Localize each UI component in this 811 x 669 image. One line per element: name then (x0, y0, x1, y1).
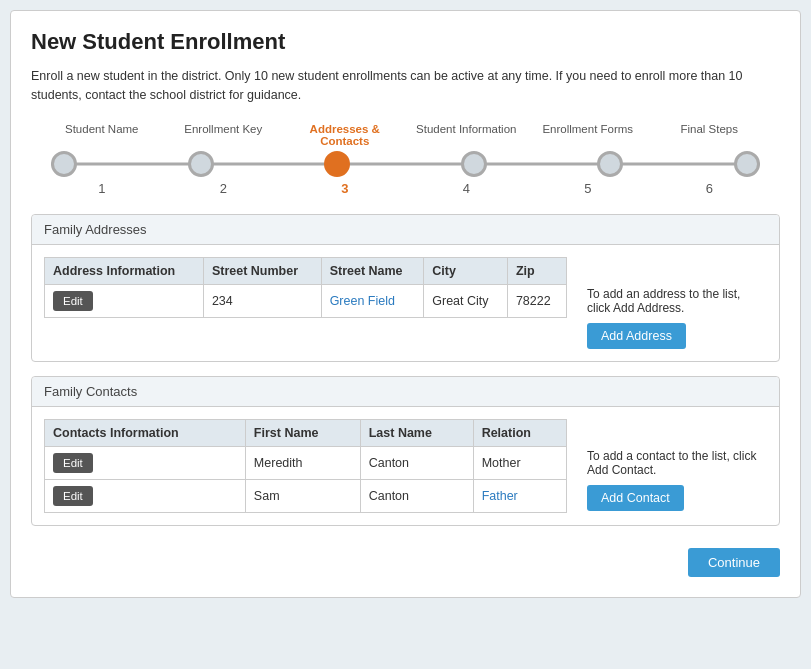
contacts-side-area: To add a contact to the list, click Add … (587, 419, 767, 513)
addr-street-num-val: 234 (203, 284, 321, 317)
step-number-2: 2 (163, 181, 285, 196)
cont-col-relation: Relation (473, 419, 566, 446)
page-description: Enroll a new student in the district. On… (31, 67, 780, 105)
family-addresses-title: Family Addresses (32, 215, 779, 245)
page-title: New Student Enrollment (31, 29, 780, 55)
addr-col-city: City (424, 257, 508, 284)
step-circle-6 (734, 151, 760, 177)
family-addresses-section: Family Addresses Address Information Str… (31, 214, 780, 362)
cont-last-0: Canton (360, 446, 473, 479)
step-circle-4 (461, 151, 487, 177)
contacts-table-area: Contacts Information First Name Last Nam… (44, 419, 567, 513)
family-contacts-title: Family Contacts (32, 377, 779, 407)
cont-edit-cell-1: Edit (45, 479, 246, 512)
family-contacts-content: Contacts Information First Name Last Nam… (32, 407, 779, 525)
addr-zip-val: 78222 (507, 284, 566, 317)
edit-contact-0-button[interactable]: Edit (53, 453, 93, 473)
cont-col-first: First Name (245, 419, 360, 446)
step-circle-2 (188, 151, 214, 177)
step-number-1: 1 (41, 181, 163, 196)
add-contact-button[interactable]: Add Contact (587, 485, 684, 511)
cont-last-1: Canton (360, 479, 473, 512)
addr-edit-cell: Edit (45, 284, 204, 317)
addr-city-val: Great City (424, 284, 508, 317)
cont-first-0: Meredith (245, 446, 360, 479)
cont-col-last: Last Name (360, 419, 473, 446)
addr-col-info: Address Information (45, 257, 204, 284)
cont-edit-cell-0: Edit (45, 446, 246, 479)
add-address-button[interactable]: Add Address (587, 323, 686, 349)
continue-row: Continue (31, 540, 780, 581)
cont-col-info: Contacts Information (45, 419, 246, 446)
step-label-6: Final Steps (649, 123, 771, 147)
contact-row-1: Edit Sam Canton Father (45, 479, 567, 512)
contacts-table: Contacts Information First Name Last Nam… (44, 419, 567, 513)
family-contacts-section: Family Contacts Contacts Information Fir… (31, 376, 780, 526)
contact-row-0: Edit Meredith Canton Mother (45, 446, 567, 479)
addr-street-name-val: Green Field (321, 284, 424, 317)
step-circle-3 (324, 151, 350, 177)
step-label-2: Enrollment Key (163, 123, 285, 147)
step-number-4: 4 (406, 181, 528, 196)
step-label-3: Addresses & Contacts (284, 123, 406, 147)
cont-first-1: Sam (245, 479, 360, 512)
continue-button[interactable]: Continue (688, 548, 780, 577)
addresses-side-area: To add an address to the list, click Add… (587, 257, 767, 349)
step-label-4: Student Information (406, 123, 528, 147)
add-contact-hint: To add a contact to the list, click Add … (587, 449, 767, 477)
cont-relation-0: Mother (473, 446, 566, 479)
steps-numbers: 1 2 3 4 5 6 (31, 181, 780, 196)
steps-line (51, 162, 760, 165)
addr-col-street-num: Street Number (203, 257, 321, 284)
addresses-table: Address Information Street Number Street… (44, 257, 567, 318)
family-addresses-content: Address Information Street Number Street… (32, 245, 779, 361)
step-circle-1 (51, 151, 77, 177)
step-number-5: 5 (527, 181, 649, 196)
step-label-1: Student Name (41, 123, 163, 147)
addr-col-street-name: Street Name (321, 257, 424, 284)
step-circle-5 (597, 151, 623, 177)
cont-relation-1: Father (473, 479, 566, 512)
steps-track (31, 151, 780, 177)
step-label-5: Enrollment Forms (527, 123, 649, 147)
step-number-6: 6 (649, 181, 771, 196)
step-number-3: 3 (284, 181, 406, 196)
addr-col-zip: Zip (507, 257, 566, 284)
address-row-0: Edit 234 Green Field Great City 78222 (45, 284, 567, 317)
addresses-table-area: Address Information Street Number Street… (44, 257, 567, 349)
add-address-hint: To add an address to the list, click Add… (587, 287, 767, 315)
edit-contact-1-button[interactable]: Edit (53, 486, 93, 506)
edit-address-button[interactable]: Edit (53, 291, 93, 311)
steps-labels: Student Name Enrollment Key Addresses & … (31, 123, 780, 147)
